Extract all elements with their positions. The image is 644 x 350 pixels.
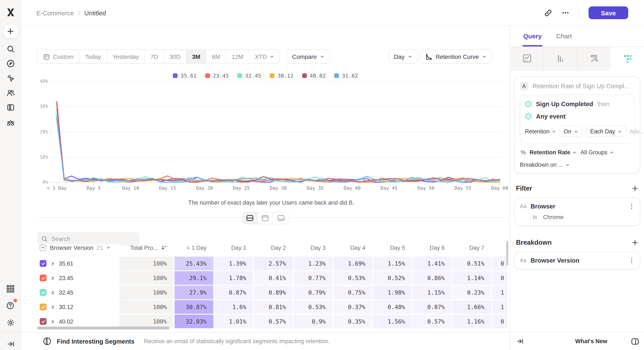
day-column-header: Day 2 bbox=[253, 244, 293, 251]
legend-item-31.62[interactable]: 31.62 bbox=[334, 72, 358, 79]
find-interesting-segments-button[interactable]: Find Interesting Segments bbox=[57, 338, 134, 345]
legend-item-32.45[interactable]: 32.45 bbox=[238, 72, 261, 79]
row-checkbox-checked[interactable] bbox=[40, 260, 46, 267]
retention-type-dropdown[interactable]: Retention bbox=[525, 128, 556, 135]
settings-gear-icon[interactable] bbox=[3, 316, 18, 330]
events-cursor-icon[interactable] bbox=[3, 71, 18, 85]
line-series-40.02[interactable] bbox=[57, 101, 500, 182]
breadcrumb-page-title[interactable]: Untitled bbox=[84, 9, 106, 16]
line-series-32.45[interactable] bbox=[57, 112, 500, 182]
chart-only-view-toggle[interactable] bbox=[258, 212, 273, 224]
date-range-3m[interactable]: 3M bbox=[186, 50, 206, 63]
date-range-12m[interactable]: 12M bbox=[226, 50, 249, 63]
filter-property-name[interactable]: Browser bbox=[531, 203, 624, 210]
line-series-35.61[interactable] bbox=[57, 118, 500, 182]
property-type-badge: Aa bbox=[520, 203, 526, 209]
retention-line-plot[interactable] bbox=[51, 81, 504, 185]
date-range-30d[interactable]: 30D bbox=[164, 50, 186, 63]
funnels-report-tab[interactable] bbox=[544, 47, 578, 70]
breakdown-on-dropdown[interactable]: Breakdown on ... bbox=[520, 162, 634, 168]
chart-type-button[interactable]: Retention Curve bbox=[420, 49, 492, 63]
filter-operator[interactable]: Is bbox=[532, 214, 537, 220]
expand-sidebar-icon[interactable] bbox=[3, 337, 18, 350]
granularity-button[interactable]: Day bbox=[388, 49, 418, 63]
legend-label: 31.62 bbox=[342, 72, 358, 79]
add-filter-button[interactable] bbox=[632, 185, 638, 192]
retention-cell: 0.77% bbox=[293, 271, 332, 285]
line-series-30.12[interactable] bbox=[57, 104, 500, 182]
add-breakdown-button[interactable] bbox=[632, 239, 638, 246]
groups-dropdown[interactable]: All Groups bbox=[580, 149, 614, 156]
select-all-checkbox-indeterminate[interactable] bbox=[40, 244, 46, 251]
row-checkbox-checked[interactable] bbox=[40, 318, 46, 325]
legend-item-30.12[interactable]: 30.12 bbox=[270, 72, 294, 79]
date-range-today[interactable]: Today bbox=[80, 50, 107, 63]
filter-kebab-menu-icon[interactable] bbox=[629, 203, 634, 210]
expand-row-chevron-icon[interactable] bbox=[50, 290, 55, 295]
line-series-31.62[interactable] bbox=[57, 116, 500, 182]
group-header-cell: Browser Version 21 bbox=[37, 244, 120, 251]
table-horizontal-scrollbar[interactable] bbox=[37, 327, 170, 330]
expand-row-chevron-icon[interactable] bbox=[50, 276, 55, 280]
apps-grid-icon[interactable] bbox=[3, 281, 18, 296]
more-options-icon[interactable] bbox=[562, 9, 569, 17]
second-event-row[interactable]: Any event bbox=[525, 113, 630, 120]
discover-compass-icon[interactable] bbox=[3, 56, 18, 71]
group-column-dropdown[interactable]: Browser Version 21 bbox=[50, 244, 110, 251]
tab-chart[interactable]: Chart bbox=[556, 25, 572, 46]
main-vertical-scrollbar[interactable] bbox=[506, 241, 508, 266]
compare-button[interactable]: Compare bbox=[286, 49, 330, 63]
whats-new-link[interactable]: What's New bbox=[575, 338, 607, 345]
row-checkbox-checked[interactable] bbox=[40, 304, 46, 310]
advanced-dropdown[interactable]: Adv... bbox=[630, 128, 644, 135]
metric-dropdown[interactable]: Retention Rate bbox=[530, 149, 577, 156]
legend-item-23.45[interactable]: 23.45 bbox=[205, 72, 229, 79]
help-icon[interactable] bbox=[3, 298, 18, 313]
flows-report-tab[interactable] bbox=[577, 47, 611, 70]
boards-nav-icon[interactable] bbox=[3, 100, 18, 115]
breadcrumb-section[interactable]: E-Commerce bbox=[36, 9, 74, 16]
breadcrumb-separator: / bbox=[78, 9, 80, 16]
legend-item-35.61[interactable]: 35.61 bbox=[173, 72, 196, 79]
retention-report-tab-selected[interactable] bbox=[611, 47, 644, 70]
expand-row-chevron-icon[interactable] bbox=[50, 319, 55, 324]
query-builder-panel: Query Chart A Retention Rate of Sign Up … bbox=[510, 25, 644, 350]
total-column-header[interactable]: Total Pro... bbox=[120, 244, 174, 251]
copy-link-icon[interactable] bbox=[544, 9, 552, 17]
retention-value: 0.57% bbox=[269, 318, 286, 325]
retention-value: 1.78% bbox=[229, 275, 246, 281]
insights-report-tab[interactable] bbox=[510, 47, 544, 70]
table-only-view-toggle[interactable] bbox=[273, 212, 288, 224]
mixpanel-logo-icon[interactable] bbox=[3, 5, 18, 20]
date-range-7d[interactable]: 7D bbox=[145, 50, 164, 63]
split-view-toggle[interactable] bbox=[242, 212, 258, 224]
segments-compass-icon bbox=[43, 337, 52, 346]
query-title[interactable]: Retention Rate of Sign Up Compl... bbox=[532, 83, 629, 90]
save-button[interactable]: Save bbox=[588, 6, 628, 19]
date-range-xtd-dropdown[interactable]: XTD bbox=[249, 50, 280, 63]
search-nav-icon[interactable] bbox=[3, 42, 18, 56]
retention-value-partial: 1 bbox=[500, 289, 504, 296]
expand-row-chevron-icon[interactable] bbox=[50, 261, 55, 266]
breakdown-kebab-menu-icon[interactable] bbox=[629, 257, 634, 264]
date-range-yesterday[interactable]: Yesterday bbox=[107, 50, 145, 63]
date-range-6m[interactable]: 6M bbox=[206, 50, 226, 63]
first-event-row[interactable]: Sign Up Completed then bbox=[525, 101, 630, 107]
side-panel-layout-icon[interactable] bbox=[631, 338, 639, 345]
create-plus-button[interactable] bbox=[3, 24, 18, 38]
on-dropdown[interactable]: On bbox=[560, 126, 582, 137]
chevron-down-icon bbox=[408, 54, 412, 59]
breakdown-property-name[interactable]: Browser Version bbox=[531, 257, 624, 264]
date-range-custom[interactable]: Custom bbox=[38, 50, 80, 63]
filter-value[interactable]: Chrome bbox=[543, 214, 564, 220]
legend-item-40.02[interactable]: 40.02 bbox=[302, 72, 326, 79]
expand-row-chevron-icon[interactable] bbox=[50, 305, 55, 309]
collapse-panel-icon[interactable] bbox=[516, 338, 524, 345]
tab-query[interactable]: Query bbox=[523, 25, 542, 46]
users-nav-icon[interactable] bbox=[3, 86, 18, 100]
row-checkbox-checked[interactable] bbox=[40, 275, 46, 281]
cohorts-nav-icon[interactable] bbox=[3, 116, 18, 131]
row-checkbox-checked[interactable] bbox=[40, 289, 46, 296]
each-day-dropdown[interactable]: Each Day bbox=[586, 126, 626, 137]
line-series-23.45[interactable] bbox=[57, 109, 500, 182]
